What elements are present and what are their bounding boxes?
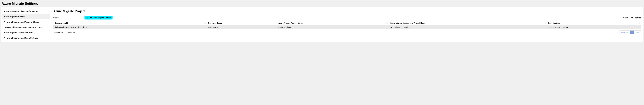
col-assessment-project-name[interactable]: Azure Migrate Assessment Project Name — [389, 21, 547, 25]
cell-assessment-project-name: azuremigrate1223project — [389, 25, 547, 30]
content: Azure Migrate Project Search: Add Azure … — [51, 7, 643, 42]
projects-table: Subscription ID Resource Group Azure Mig… — [53, 21, 641, 29]
sidebar-item-appliance-information[interactable]: Azure Migrate Appliance Information — [2, 9, 50, 14]
sidebar-item-network-dependency-status[interactable]: Network Dependency Mapping Status — [2, 19, 50, 25]
sort-icon — [386, 22, 388, 24]
entries-input[interactable] — [629, 16, 634, 19]
col-label: Azure Migrate Project Name — [278, 22, 303, 24]
cell-project-name: Contoso Migrate — [277, 25, 389, 30]
sort-icon — [544, 22, 546, 24]
page-1-button[interactable]: 1 — [630, 31, 634, 34]
sort-icon — [275, 22, 276, 24]
table-footer: Showing 1 to 1 of 1 entries Previous 1 N… — [53, 30, 641, 34]
sidebar-item-batch-settings[interactable]: Network Dependency Batch Settings — [2, 35, 50, 41]
cell-resource-group: RG-Contoso — [207, 25, 277, 30]
col-last-modified[interactable]: Last Modified — [547, 21, 641, 25]
col-resource-group[interactable]: Resource Group — [207, 21, 277, 25]
col-label: Subscription ID — [55, 22, 68, 24]
col-label: Azure Migrate Assessment Project Name — [390, 22, 426, 24]
col-label: Last Modified — [548, 22, 560, 24]
show-label: Show — [623, 17, 628, 19]
plus-square-icon — [86, 17, 88, 19]
toolbar-right: Show entries — [623, 16, 641, 19]
next-button[interactable]: Next — [634, 31, 641, 34]
table-header-row: Subscription ID Resource Group Azure Mig… — [53, 21, 641, 25]
add-project-button[interactable]: Add Azure Migrate Project — [84, 16, 113, 20]
sidebar-item-projects[interactable]: Azure Migrate Projects — [2, 14, 50, 19]
entries-info: Showing 1 to 1 of 1 entries — [53, 31, 75, 33]
entries-label: entries — [635, 17, 641, 19]
sidebar-item-network-dependency-errors[interactable]: Servers with Network Dependency Errors — [2, 25, 50, 30]
toolbar: Search: Add Azure Migrate Project Show e… — [53, 16, 641, 20]
table-row[interactable]: d5d459b8-b33d-4aa2-b7b1-3b2972b22f5c RG-… — [53, 25, 641, 30]
search-label: Search: — [53, 17, 60, 19]
sidebar-item-appliance-errors[interactable]: Azure Migrate Appliance Errors — [2, 30, 50, 35]
content-title: Azure Migrate Project — [53, 9, 641, 13]
sort-icon — [638, 22, 640, 24]
cell-last-modified: 21-08-2024 12:11:44 pm — [547, 25, 641, 30]
sort-icon — [204, 22, 206, 24]
add-button-label: Add Azure Migrate Project — [88, 17, 111, 19]
search-input[interactable] — [61, 16, 84, 19]
col-label: Resource Group — [208, 22, 222, 24]
cell-subscription-id: d5d459b8-b33d-4aa2-b7b1-3b2972b22f5c — [53, 25, 207, 30]
sidebar: Azure Migrate Appliance Information Azur… — [1, 7, 51, 42]
col-subscription-id[interactable]: Subscription ID — [53, 21, 207, 25]
pagination: Previous 1 Next — [619, 30, 641, 34]
toolbar-left: Search: Add Azure Migrate Project — [53, 16, 112, 20]
page-title: Azure Migrate Settings — [0, 0, 644, 7]
col-project-name[interactable]: Azure Migrate Project Name — [277, 21, 389, 25]
prev-button[interactable]: Previous — [620, 31, 630, 34]
main-container: Azure Migrate Appliance Information Azur… — [1, 7, 643, 42]
